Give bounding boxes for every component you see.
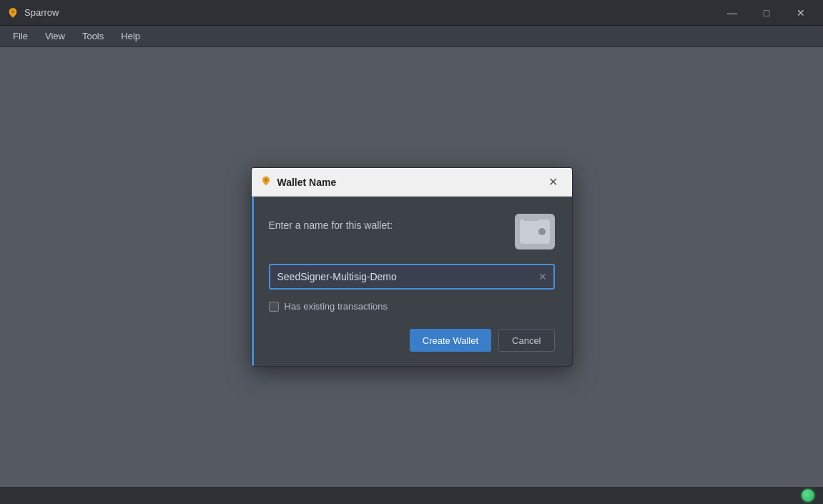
- cancel-button[interactable]: Cancel: [498, 329, 554, 352]
- window-controls: — □ ✕: [716, 0, 817, 26]
- wallet-icon-body: [520, 219, 550, 244]
- title-bar-left: Sparrow: [6, 6, 59, 20]
- maximize-button[interactable]: □: [750, 0, 783, 26]
- dialog-accent: [252, 197, 254, 366]
- wallet-icon: [515, 214, 555, 249]
- dialog-button-row: Create Wallet Cancel: [269, 329, 555, 352]
- dialog-titlebar: Wallet Name ✕: [252, 168, 572, 197]
- existing-transactions-checkbox[interactable]: [269, 302, 279, 312]
- existing-transactions-row: Has existing transactions: [269, 301, 555, 312]
- svg-point-0: [11, 10, 15, 14]
- input-clear-button[interactable]: ✕: [536, 270, 549, 283]
- dialog-top-row: Enter a name for this wallet:: [269, 214, 555, 249]
- app-icon: [6, 6, 20, 20]
- menu-bar: File View Tools Help: [0, 26, 823, 47]
- dialog-body: Enter a name for this wallet: ✕: [252, 197, 572, 366]
- dialog-overlay: Wallet Name ✕ Enter a name for this wall…: [0, 47, 823, 487]
- dialog-titlebar-left: Wallet Name: [260, 175, 337, 189]
- existing-transactions-label: Has existing transactions: [285, 301, 388, 312]
- main-area: Wallet Name ✕ Enter a name for this wall…: [0, 47, 823, 487]
- minimize-button[interactable]: —: [716, 0, 749, 26]
- wallet-name-input[interactable]: [269, 264, 555, 290]
- wallet-name-dialog: Wallet Name ✕ Enter a name for this wall…: [251, 167, 573, 367]
- window-close-button[interactable]: ✕: [784, 0, 817, 26]
- wallet-icon-dot: [538, 228, 546, 235]
- menu-view[interactable]: View: [38, 28, 72, 44]
- wallet-name-input-row: ✕: [269, 264, 555, 290]
- dialog-title-icon: [260, 175, 272, 189]
- dialog-close-button[interactable]: ✕: [543, 172, 563, 192]
- app-title: Sparrow: [24, 7, 59, 18]
- status-bar: [0, 487, 823, 504]
- create-wallet-button[interactable]: Create Wallet: [410, 329, 491, 352]
- svg-point-1: [265, 178, 267, 181]
- menu-tools[interactable]: Tools: [75, 28, 111, 44]
- connection-status-indicator: [802, 489, 814, 502]
- menu-help[interactable]: Help: [114, 28, 147, 44]
- dialog-title: Wallet Name: [277, 177, 337, 188]
- title-bar: Sparrow — □ ✕: [0, 0, 823, 26]
- wallet-icon-flap: [524, 215, 538, 221]
- dialog-prompt: Enter a name for this wallet:: [269, 214, 393, 231]
- menu-file[interactable]: File: [6, 28, 35, 44]
